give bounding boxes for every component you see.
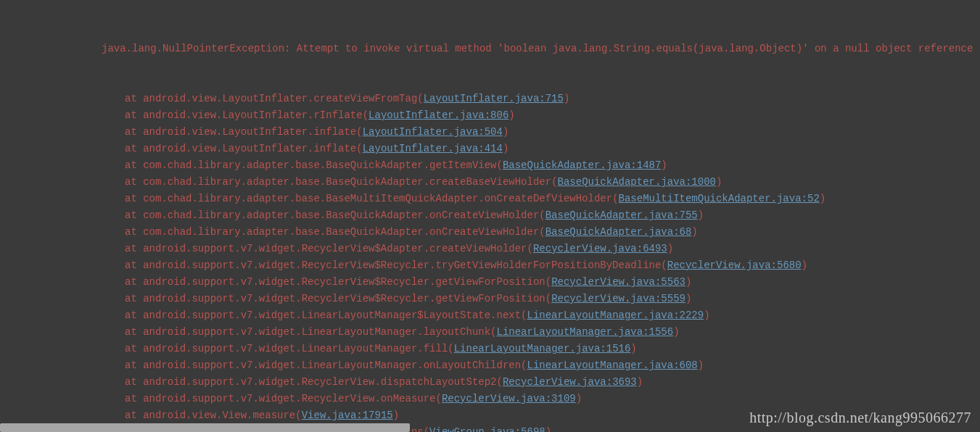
stack-frame: at android.support.v7.widget.RecyclerVie… — [0, 241, 980, 257]
frame-method: android.view.LayoutInflater.rInflate — [143, 109, 362, 121]
paren-open: ( — [521, 360, 527, 371]
source-link[interactable]: LayoutInflater.java:806 — [368, 109, 508, 121]
source-link[interactable]: LayoutInflater.java:414 — [363, 143, 503, 154]
source-link[interactable]: RecyclerView.java:5563 — [551, 276, 685, 288]
frame-method: android.support.v7.widget.LinearLayoutMa… — [143, 326, 490, 338]
paren-close: ) — [630, 343, 636, 354]
source-link[interactable]: BaseQuickAdapter.java:755 — [545, 209, 698, 221]
stack-frame: at com.chad.library.adapter.base.BaseQui… — [0, 157, 980, 174]
frame-at: at — [125, 143, 143, 154]
source-link[interactable]: RecyclerView.java:6493 — [533, 243, 667, 254]
frame-at: at — [125, 326, 143, 338]
source-link[interactable]: BaseQuickAdapter.java:1487 — [503, 159, 661, 171]
frame-method: android.support.v7.widget.LinearLayoutMa… — [143, 360, 521, 371]
paren-close: ) — [685, 293, 691, 304]
stack-frame: at com.chad.library.adapter.base.BaseMul… — [0, 191, 980, 207]
stack-frame: at android.view.LayoutInflater.rInflate(… — [0, 107, 980, 124]
stack-frame: at com.chad.library.adapter.base.BaseQui… — [0, 224, 980, 241]
source-link[interactable]: RecyclerView.java:5680 — [667, 259, 802, 271]
source-link[interactable]: BaseQuickAdapter.java:68 — [545, 226, 692, 238]
paren-open: ( — [363, 109, 368, 121]
source-link[interactable]: RecyclerView.java:5559 — [551, 293, 685, 304]
source-link[interactable]: View.java:17915 — [302, 410, 393, 421]
frame-method: android.support.v7.widget.RecyclerView.d… — [143, 376, 496, 388]
paren-open: ( — [521, 310, 527, 321]
paren-close: ) — [667, 243, 673, 254]
paren-close: ) — [716, 176, 722, 188]
frame-method: android.support.v7.widget.RecyclerView$R… — [143, 276, 545, 288]
frame-method: android.view.LayoutInflater.inflate — [143, 126, 356, 138]
horizontal-scrollbar[interactable] — [0, 423, 410, 432]
paren-close: ) — [503, 143, 508, 154]
paren-open: ( — [551, 176, 557, 188]
frame-at: at — [125, 193, 143, 204]
source-link[interactable]: LayoutInflater.java:715 — [424, 93, 564, 104]
source-link[interactable]: LinearLayoutManager.java:1516 — [454, 343, 631, 354]
source-link[interactable]: RecyclerView.java:3693 — [503, 376, 637, 388]
frame-method: com.chad.library.adapter.base.BaseQuickA… — [143, 159, 496, 171]
paren-close: ) — [503, 126, 508, 138]
source-link[interactable]: BaseMultiItemQuickAdapter.java:52 — [619, 193, 820, 204]
paren-close: ) — [698, 360, 704, 371]
frame-method: android.support.v7.widget.LinearLayoutMa… — [143, 343, 448, 354]
watermark-text: http://blog.csdn.net/kang995066277 — [749, 410, 971, 426]
frame-at: at — [125, 410, 143, 421]
frame-at: at — [125, 126, 143, 138]
paren-open: ( — [661, 259, 667, 271]
source-link[interactable]: LinearLayoutManager.java:1556 — [497, 326, 674, 338]
paren-close: ) — [704, 310, 709, 321]
paren-close: ) — [564, 93, 569, 104]
paren-open: ( — [417, 93, 423, 104]
paren-open: ( — [424, 426, 429, 432]
frame-method: android.support.v7.widget.RecyclerView$A… — [143, 243, 527, 254]
frame-at: at — [125, 343, 143, 354]
paren-open: ( — [356, 143, 362, 154]
stack-frame: at com.chad.library.adapter.base.BaseQui… — [0, 174, 980, 191]
frame-at: at — [125, 93, 143, 104]
source-link[interactable]: LayoutInflater.java:504 — [363, 126, 503, 138]
stack-frame: at android.support.v7.widget.RecyclerVie… — [0, 274, 980, 291]
stack-frame: at android.view.LayoutInflater.inflate(L… — [0, 141, 980, 157]
stack-frame: at android.support.v7.widget.RecyclerVie… — [0, 374, 980, 391]
frame-at: at — [125, 310, 143, 321]
frame-at: at — [125, 376, 143, 388]
frame-at: at — [125, 109, 143, 121]
paren-open: ( — [295, 410, 301, 421]
frame-at: at — [125, 243, 143, 254]
stack-frame: at android.support.v7.widget.RecyclerVie… — [0, 291, 980, 307]
paren-open: ( — [539, 226, 545, 238]
source-link[interactable]: RecyclerView.java:3109 — [442, 393, 576, 404]
paren-open: ( — [539, 209, 545, 221]
paren-open: ( — [545, 276, 551, 288]
paren-close: ) — [685, 276, 691, 288]
stack-frame: at android.support.v7.widget.RecyclerVie… — [0, 257, 980, 274]
stack-frame: at android.view.LayoutInflater.createVie… — [0, 91, 980, 107]
frame-method: android.support.v7.widget.RecyclerView.o… — [143, 393, 435, 404]
paren-open: ( — [448, 343, 453, 354]
stack-frame: at android.support.v7.widget.LinearLayou… — [0, 357, 980, 374]
paren-close: ) — [508, 109, 514, 121]
source-link[interactable]: LinearLayoutManager.java:2229 — [527, 310, 704, 321]
source-link[interactable]: ViewGroup.java:5698 — [429, 426, 545, 432]
frame-at: at — [125, 293, 143, 304]
paren-close: ) — [661, 159, 667, 171]
frame-method: com.chad.library.adapter.base.BaseMultiI… — [143, 193, 612, 204]
frame-at: at — [125, 226, 143, 238]
source-link[interactable]: BaseQuickAdapter.java:1000 — [558, 176, 716, 188]
frame-at: at — [125, 360, 143, 371]
stack-frame: at android.view.LayoutInflater.inflate(L… — [0, 124, 980, 141]
paren-close: ) — [691, 226, 697, 238]
frame-method: com.chad.library.adapter.base.BaseQuickA… — [143, 226, 539, 238]
frame-at: at — [125, 159, 143, 171]
paren-open: ( — [490, 326, 496, 338]
paren-open: ( — [497, 376, 503, 388]
stack-frame: at android.support.v7.widget.RecyclerVie… — [0, 391, 980, 407]
frame-method: android.view.View.measure — [143, 410, 295, 421]
source-link[interactable]: LinearLayoutManager.java:608 — [527, 360, 698, 371]
paren-open: ( — [612, 193, 618, 204]
frame-method: android.support.v7.widget.RecyclerView$R… — [143, 259, 661, 271]
paren-open: ( — [435, 393, 441, 404]
paren-close: ) — [820, 193, 825, 204]
paren-close: ) — [576, 393, 582, 404]
frame-method: com.chad.library.adapter.base.BaseQuickA… — [143, 176, 551, 188]
